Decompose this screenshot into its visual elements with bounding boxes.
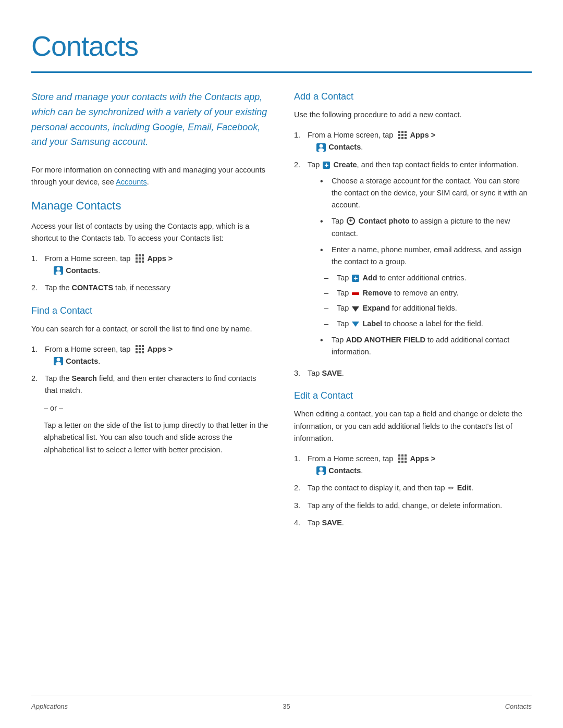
apps-grid-icon-3 <box>398 131 407 139</box>
add-step-2: 2. Tap + Create, and then tap contact fi… <box>294 159 532 363</box>
edit-step-3: 3. Tap any of the fields to add, change,… <box>294 500 532 512</box>
add-extra-bullet: • Tap ADD ANOTHER FIELD to add additiona… <box>320 334 532 358</box>
contacts-person-icon-3 <box>316 143 326 152</box>
footer-center: 35 <box>283 701 290 712</box>
manage-contacts-steps: 1. From a Home screen, tap Apps > <box>31 253 269 294</box>
svg-point-1 <box>56 272 62 275</box>
svg-point-2 <box>57 358 60 362</box>
svg-point-5 <box>319 148 324 152</box>
svg-point-6 <box>320 467 323 471</box>
manage-contacts-heading: Manage Contacts <box>31 197 269 214</box>
edit-contact-body: When editing a contact, you can tap a fi… <box>294 408 532 445</box>
apps-grid-icon <box>136 254 144 263</box>
left-column: Store and manage your contacts with the … <box>31 90 269 535</box>
extra-bullet: • Tap ADD ANOTHER FIELD to add additiona… <box>320 334 532 358</box>
add-contact-steps: 1. From a Home screen, tap Apps > <box>294 129 532 379</box>
find-contact-body: You can search for a contact, or scroll … <box>31 323 269 335</box>
manage-step-1: 1. From a Home screen, tap Apps > <box>31 253 269 277</box>
or-body: Tap a letter on the side of the list to … <box>44 419 269 456</box>
edit-step-2: 2. Tap the contact to display it, and th… <box>294 482 532 494</box>
expand-icon <box>352 306 359 312</box>
svg-point-7 <box>319 472 324 475</box>
remove-icon <box>352 292 359 295</box>
manage-contacts-body: Access your list of contacts by using th… <box>31 220 269 244</box>
bullet-1: • Choose a storage account for the conta… <box>320 175 532 212</box>
edit-contact-steps: 1. From a Home screen, tap Apps > <box>294 453 532 529</box>
find-contact-steps: 1. From a Home screen, tap Apps > <box>31 343 269 397</box>
add-step-1: 1. From a Home screen, tap Apps > <box>294 129 532 153</box>
contacts-person-icon-2 <box>54 357 63 365</box>
footer-right: Contacts <box>505 701 532 712</box>
svg-point-4 <box>320 144 323 147</box>
apps-grid-icon-2 <box>136 345 144 353</box>
add-contact-heading: Add a Contact <box>294 90 532 104</box>
edit-pencil-icon: ✏ <box>448 483 454 494</box>
dash-label: – Tap Label to choose a label for the fi… <box>324 318 532 330</box>
dash-remove: – Tap Remove to remove an entry. <box>324 287 532 299</box>
footer-left: Applications <box>31 701 68 712</box>
add-dashes: – Tap + Add to enter additional entries.… <box>324 272 532 330</box>
page-title: Contacts <box>31 25 532 67</box>
bullet-2: • Tap + Contact photo to assign a pictur… <box>320 215 532 239</box>
edit-step-4: 4. Tap SAVE. <box>294 517 532 529</box>
edit-step-1: 1. From a Home screen, tap Apps > <box>294 453 532 477</box>
add-bullets: • Choose a storage account for the conta… <box>320 175 532 268</box>
title-divider <box>31 71 532 73</box>
accounts-link[interactable]: Accounts <box>116 178 147 186</box>
find-step-1: 1. From a Home screen, tap Apps > <box>31 343 269 367</box>
dash-expand: – Tap Expand for additional fields. <box>324 302 532 314</box>
main-layout: Store and manage your contacts with the … <box>31 90 532 535</box>
find-step-2: 2. Tap the Search field, and then enter … <box>31 373 269 397</box>
right-column: Add a Contact Use the following procedur… <box>294 90 532 535</box>
svg-point-0 <box>57 267 60 271</box>
page-container: Contacts Store and manage your contacts … <box>0 0 563 728</box>
bullet-3: • Enter a name, phone number, email addr… <box>320 244 532 268</box>
or-separator: – or – <box>44 403 269 414</box>
contacts-person-icon-4 <box>316 466 326 475</box>
label-icon <box>352 322 359 327</box>
dash-plus-icon: + <box>352 275 359 282</box>
intro-text: Store and manage your contacts with the … <box>31 90 269 150</box>
intro-body: For more information on connecting with … <box>31 164 269 188</box>
find-contact-heading: Find a Contact <box>31 304 269 318</box>
page-footer: Applications 35 Contacts <box>31 696 532 712</box>
plus-icon: + <box>323 162 330 169</box>
dash-add: – Tap + Add to enter additional entries. <box>324 272 532 284</box>
edit-contact-heading: Edit a Contact <box>294 389 532 403</box>
add-contact-body: Use the following procedure to add a new… <box>294 109 532 121</box>
contacts-person-icon <box>54 266 63 275</box>
contact-photo-icon: + <box>347 217 355 225</box>
manage-step-2: 2. Tap the CONTACTS tab, if necessary <box>31 282 269 294</box>
add-step-3: 3. Tap SAVE. <box>294 367 532 379</box>
apps-grid-icon-4 <box>398 454 407 463</box>
svg-point-3 <box>56 362 62 366</box>
